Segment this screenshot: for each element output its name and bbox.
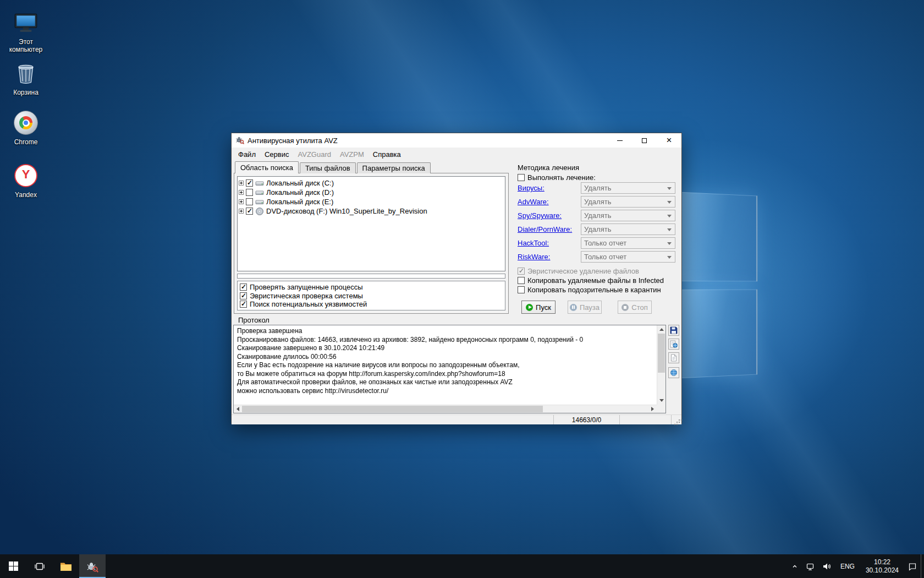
horizontal-scroll-thumb[interactable] (242, 406, 543, 412)
menu-avzpm[interactable]: AVZPM (336, 149, 369, 160)
perform-treatment-option[interactable]: Выполнять лечение: (518, 173, 596, 182)
status-pane-empty (620, 415, 672, 424)
task-view-button[interactable] (26, 554, 53, 578)
perform-treatment-checkbox[interactable] (518, 174, 525, 181)
tree-row-drive-c[interactable]: Локальный диск (C:) (239, 178, 504, 188)
tree-node-label[interactable]: Локальный диск (C:) (266, 179, 334, 187)
system-tray: ENG 10:22 30.10.2024 (788, 554, 924, 578)
desktop-icon-yandex[interactable]: Yandex (4, 163, 47, 199)
play-icon (526, 304, 533, 311)
drive-checkbox[interactable] (246, 208, 253, 215)
drive-checkbox[interactable] (246, 189, 253, 196)
log-line: Проверка завершена (237, 327, 653, 336)
viruses-action-dropdown[interactable]: Удалять (581, 182, 675, 194)
horizontal-scrollbar[interactable] (234, 405, 657, 413)
volume-icon[interactable] (818, 554, 835, 578)
spyware-link[interactable]: Spy/Spyware: (518, 211, 562, 220)
option-check-processes[interactable]: Проверять запущенные процессы (240, 283, 503, 291)
advware-link[interactable]: AdvWare: (518, 198, 549, 206)
tree-row-drive-d[interactable]: Локальный диск (D:) (239, 188, 504, 197)
drive-checkbox[interactable] (246, 179, 253, 187)
scroll-down-button[interactable] (657, 396, 666, 405)
desktop-icon-chrome[interactable]: Chrome (4, 110, 47, 146)
dialer-link[interactable]: Dialer/PornWare: (518, 225, 572, 233)
option-copy-suspicious-quarantine[interactable]: Копировать подозрительные в карантин (518, 285, 664, 295)
menu-help[interactable]: Справка (369, 149, 405, 160)
menu-service[interactable]: Сервис (260, 149, 294, 160)
hidden-icons-caret[interactable] (788, 554, 802, 578)
checkbox[interactable] (518, 286, 525, 293)
vertical-scrollbar[interactable] (657, 325, 666, 405)
avz-icon (86, 560, 98, 572)
option-label[interactable]: Копировать удаляемые файлы в Infected (527, 276, 664, 285)
drive-checkbox[interactable] (246, 198, 253, 205)
vertical-scroll-thumb[interactable] (658, 334, 665, 373)
tab-file-types[interactable]: Типы файлов (300, 162, 356, 173)
scan-counter: 14663/0/0 (572, 416, 601, 424)
language-indicator[interactable]: ENG (835, 554, 860, 578)
option-label[interactable]: Поиск потенциальных уязвимостей (250, 300, 367, 308)
checkbox[interactable] (240, 283, 247, 291)
taskbar-clock[interactable]: 10:22 30.10.2024 (860, 554, 904, 578)
desktop-icon-recycle-bin[interactable]: Корзина (4, 61, 47, 96)
tab-search-params[interactable]: Параметры поиска (357, 162, 431, 173)
tree-node-label[interactable]: Локальный диск (E:) (266, 198, 333, 206)
scroll-right-button[interactable] (648, 405, 657, 413)
file-explorer-button[interactable] (53, 554, 79, 578)
perform-treatment-label[interactable]: Выполнять лечение: (527, 173, 596, 182)
option-heuristic-check[interactable]: Эвристическая проверка системы (240, 292, 503, 300)
hacktool-link[interactable]: HackTool: (518, 239, 549, 247)
show-desktop-button[interactable] (921, 554, 924, 578)
riskware-link[interactable]: RiskWare: (518, 253, 550, 261)
desktop-icon-this-pc[interactable]: Этот компьютер (4, 10, 47, 53)
close-button[interactable] (657, 133, 681, 148)
option-label[interactable]: Копировать подозрительные в карантин (527, 286, 661, 294)
drive-tree[interactable]: Локальный диск (C:) Локальный диск (D:) (237, 176, 505, 271)
option-label[interactable]: Проверять запущенные процессы (250, 283, 363, 291)
option-heuristic-delete[interactable]: Эвристическое удаление файлов (518, 266, 664, 276)
scroll-up-button[interactable] (657, 325, 666, 334)
advware-action-dropdown[interactable]: Удалять (581, 196, 675, 208)
tree-row-dvd-f[interactable]: DVD-дисковод (F:) Win10_SuperLite_by_Rev… (239, 206, 504, 216)
viruses-link[interactable]: Вирусы: (518, 184, 544, 192)
taskbar-avz-button[interactable] (79, 554, 106, 578)
checkbox[interactable] (518, 277, 525, 284)
expand-icon[interactable] (239, 190, 244, 195)
tree-node-label[interactable]: Локальный диск (D:) (266, 188, 334, 197)
tree-row-drive-e[interactable]: Локальный диск (E:) (239, 197, 504, 206)
expand-icon[interactable] (239, 209, 244, 214)
pause-scan-button[interactable]: Пауза (568, 301, 602, 314)
start-scan-button[interactable]: Пуск (521, 301, 556, 314)
save-protocol-button[interactable] (668, 325, 679, 336)
stop-scan-button[interactable]: Стоп (618, 301, 652, 314)
save-html-report-button[interactable] (668, 339, 679, 350)
action-center-button[interactable] (904, 554, 921, 578)
start-button[interactable] (0, 554, 26, 578)
network-icon[interactable] (802, 554, 818, 578)
menu-file[interactable]: Файл (234, 149, 260, 160)
log-line: Просканировано файлов: 14663, извлечено … (237, 336, 653, 345)
option-copy-deleted-infected[interactable]: Копировать удаляемые файлы в Infected (518, 276, 664, 285)
tab-search-area[interactable]: Область поиска (235, 161, 299, 173)
option-label: Эвристическое удаление файлов (527, 267, 639, 275)
log-text-area[interactable]: Проверка завершена Просканировано файлов… (234, 325, 657, 405)
riskware-action-dropdown[interactable]: Только отчет (581, 251, 675, 263)
checkbox[interactable] (240, 301, 247, 308)
option-vulnerability-search[interactable]: Поиск потенциальных уязвимостей (240, 300, 503, 308)
scroll-left-button[interactable] (234, 405, 242, 413)
expand-icon[interactable] (239, 181, 244, 186)
minimize-button[interactable] (607, 133, 632, 148)
tree-node-label[interactable]: DVD-дисковод (F:) Win10_SuperLite_by_Rev… (266, 207, 427, 215)
maximize-button[interactable] (632, 133, 657, 148)
checkbox[interactable] (240, 292, 247, 299)
spyware-action-dropdown[interactable]: Удалять (581, 210, 675, 221)
resize-grip[interactable] (672, 415, 681, 424)
option-label[interactable]: Эвристическая проверка системы (250, 292, 363, 300)
dialer-action-dropdown[interactable]: Удалять (581, 223, 675, 235)
clear-protocol-button[interactable] (668, 352, 679, 363)
expand-icon[interactable] (239, 199, 244, 204)
web-service-button[interactable] (668, 367, 679, 378)
title-bar[interactable]: Антивирусная утилита AVZ (232, 133, 681, 148)
hacktool-action-dropdown[interactable]: Только отчет (581, 237, 675, 249)
menu-avzguard[interactable]: AVZGuard (294, 149, 336, 160)
